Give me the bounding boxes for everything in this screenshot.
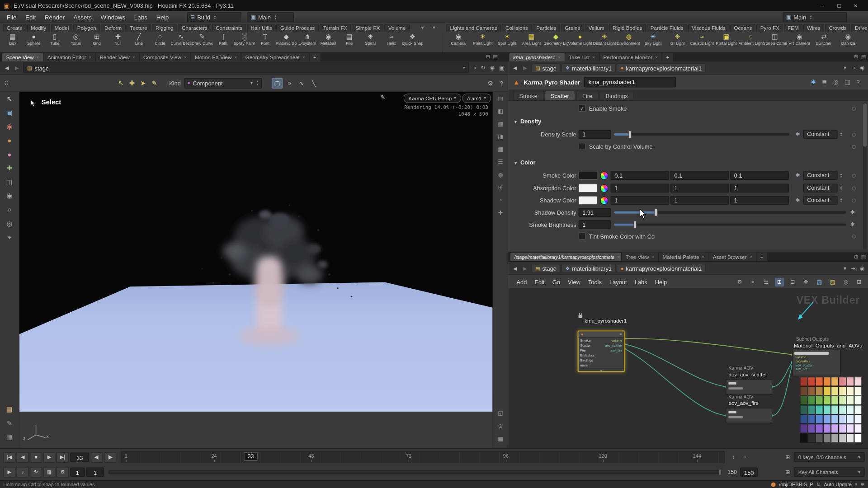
node-kma-pyroshader1[interactable]: ▲ ≣ Smokevolume Scatteraov_scatter Firea… [578,331,624,372]
palette-swatch[interactable] [846,405,854,414]
key-options-icon[interactable]: ⊞ [783,469,793,475]
shelf-tool[interactable]: ◉Metaball [318,33,339,46]
pose-tool-icon[interactable]: ● [0,147,19,161]
show-handles-icon[interactable]: ✚ [129,79,135,87]
playback-options-icon[interactable]: ⚙ [57,467,69,477]
scale-by-control-checkbox[interactable] [579,143,586,150]
shadow-density-field[interactable]: 1.91 [579,208,611,217]
node-aov-fire[interactable] [726,408,772,423]
resize-handle-icon[interactable]: ◱ [493,407,508,419]
breadcrumb-chip[interactable]: ▤stage [532,263,561,272]
shelf-tab[interactable]: Drive Simulation [851,24,868,32]
shelf-tab[interactable]: Oceans [730,24,756,32]
network-menu-item[interactable]: Help [651,275,671,288]
breadcrumb-chip[interactable]: ●karmapyroexplosionmaterial1 [617,263,706,272]
shelf-tool[interactable]: ✚Null [108,33,129,46]
shelf-tab[interactable]: Characters [178,24,211,32]
param-menu-dot[interactable] [852,187,856,191]
flipbook-icon[interactable]: ▦ [43,467,56,477]
network-menu-item[interactable]: Layout [605,275,631,288]
palette-swatch[interactable] [854,424,862,433]
character-tool-icon[interactable]: ◫ [0,175,19,189]
palette-swatch[interactable] [800,414,807,424]
tab-close-icon[interactable]: × [592,55,595,60]
follow-playhead-icon[interactable]: ▶ [3,467,15,477]
palette-swatch[interactable] [823,405,831,414]
palette-swatch[interactable] [839,433,846,443]
key-all-channels-button[interactable]: Key All Channels ▾ [794,467,865,477]
pane-tab[interactable]: /stage/materiallibrary1/karmapyroexplosi… [510,253,621,261]
absorption-color-b-field[interactable]: 1 [730,184,789,193]
network-menu-item[interactable]: View [564,275,585,288]
shelf-tool[interactable]: ◍Environment Light [617,33,641,46]
absorption-color-swatch[interactable] [579,184,598,193]
renderer-selector[interactable]: Karma CPU Persp ▾ [403,94,461,103]
tab-close-icon[interactable]: × [750,254,752,259]
palette-swatch[interactable] [846,396,854,405]
palette-swatch[interactable] [816,377,823,386]
wireframe-toggle-icon[interactable]: ▥ [493,117,508,130]
palette-swatch[interactable] [816,414,823,424]
shelf-tool[interactable]: ✎Draw Curve [192,33,213,46]
layout-grid-icon[interactable]: ⊞ [860,482,864,487]
shelf-tab[interactable]: Rigid Bodies [609,24,646,32]
back-icon[interactable]: ◀ [3,65,10,70]
shelf-tool[interactable]: ░Spray Paint [234,33,255,46]
breadcrumb-chip[interactable]: ❖materiallibrary1 [561,263,616,272]
presets-icon[interactable]: ✱ [811,79,816,86]
shelf-tool[interactable]: ▦Area Light [519,33,544,46]
param-tab[interactable]: Scatter [545,91,576,100]
lock-icon[interactable]: ▣ [499,65,505,70]
absorption-color-mode[interactable]: Constant [803,184,838,193]
grid-view-icon[interactable]: ▥ [844,79,850,86]
shelf-tool[interactable]: ✳Spiral [360,33,381,46]
tab-close-icon[interactable]: × [89,55,91,60]
forward-icon[interactable]: ▶ [13,65,20,70]
grid-view-icon[interactable]: ⊞ [775,277,784,286]
tab-close-icon[interactable]: × [655,55,658,60]
palette-swatch[interactable] [846,433,854,443]
pane-tab[interactable]: Composite View× [139,53,190,61]
shelf-tool[interactable]: ○Circle [150,33,171,46]
density-scale-field[interactable]: 1 [579,130,611,139]
param-tab[interactable]: Fire [576,91,599,100]
list-view-icon[interactable]: ☰ [762,277,771,286]
smoke-color-r-field[interactable]: 0.1 [611,171,670,180]
tab-close-icon[interactable]: × [617,254,620,259]
tint-smoke-checkbox[interactable] [579,232,586,239]
forward-icon[interactable]: ▶ [521,65,528,70]
shadow-color-b-field[interactable]: 1 [730,196,789,205]
shelf-tool[interactable]: ◉Gan Ca [836,33,860,46]
viewport[interactable]: Select ✎ Karma CPU Persp ▾ /cam1 ▾ Rende… [19,92,493,412]
shadow-color-mode[interactable]: Constant [803,196,838,205]
lighting-toggle-icon[interactable]: ◨ [493,130,508,143]
quad-view-icon[interactable]: ⊞ [493,181,508,193]
pane-split-icon[interactable]: ⊞ [854,54,858,59]
palette-swatch[interactable] [800,424,807,433]
color-wheel-icon[interactable] [600,172,608,180]
shelf-tool-icon[interactable]: ▤ [0,402,19,416]
scrollbar[interactable] [863,103,867,250]
tab-close-icon[interactable]: × [132,55,135,60]
palette-swatch[interactable] [854,377,862,386]
spinner-icon[interactable]: ▴▾ [214,14,216,19]
palette-swatch[interactable] [808,386,816,396]
shelf-tool[interactable]: TFont [255,33,276,46]
palette-swatch[interactable] [831,414,839,424]
tab-close-icon[interactable]: × [37,55,39,60]
menu-item[interactable]: Windows [96,11,130,23]
forward-icon[interactable]: ▶ [521,265,528,271]
shelf-tab[interactable]: Hair Utils [247,24,276,32]
palette-swatch[interactable] [846,377,854,386]
density-scale-slider[interactable] [614,133,789,136]
menu-item[interactable]: Help [152,11,173,23]
spinner-icon[interactable]: ▴▾ [810,14,812,19]
show-points-icon[interactable]: ➤ [140,79,146,87]
ramp-icon[interactable]: ✱ [796,195,800,206]
shelf-tool[interactable]: ●Sphere [23,33,44,46]
camera-icon[interactable]: ◉ [490,65,495,70]
ramp-icon[interactable]: ✱ [796,129,800,140]
param-menu-dot[interactable] [852,235,856,239]
shelf-tab[interactable]: Rigging [152,24,178,32]
palette-swatch[interactable] [816,396,823,405]
